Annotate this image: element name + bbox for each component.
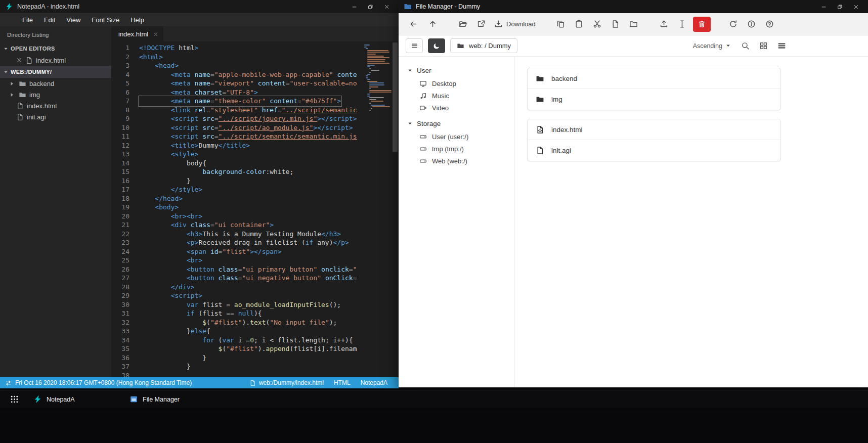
sidebar-item-video[interactable]: Video bbox=[407, 102, 514, 114]
code-line[interactable]: 35 $("#flist").append(flist[i].filename … bbox=[111, 344, 357, 353]
theme-toggle-button[interactable] bbox=[428, 38, 445, 53]
code-line[interactable]: 27 <button class="ui negative button" on… bbox=[111, 274, 357, 283]
scrollbar-thumb[interactable] bbox=[393, 42, 398, 152]
code-line[interactable]: 18 </head> bbox=[111, 194, 357, 203]
code-line[interactable]: 31 if (flist == null){ bbox=[111, 309, 357, 318]
code-line[interactable]: 1<!DOCTYPE html> bbox=[111, 43, 357, 53]
sync-icon[interactable] bbox=[5, 380, 12, 386]
code-line[interactable]: 24 <span id="flist"></span> bbox=[111, 247, 357, 256]
paste-button[interactable] bbox=[572, 17, 587, 32]
open-editors-section[interactable]: OPEN EDITORS bbox=[0, 42, 111, 55]
filemanager-titlebar[interactable]: File Manager - Dummy bbox=[399, 0, 868, 13]
tree-item-img[interactable]: img bbox=[0, 89, 111, 100]
file-row-init-agi[interactable]: init.agi bbox=[528, 140, 780, 161]
sidebar-item-music[interactable]: Music bbox=[407, 90, 514, 102]
code-line[interactable]: 10 <script src="../script/ao_module.js">… bbox=[111, 123, 357, 132]
code-line[interactable]: 17 </style> bbox=[111, 185, 357, 194]
sort-dropdown[interactable]: Ascending bbox=[693, 42, 731, 50]
code-line[interactable]: 19 <body> bbox=[111, 203, 357, 212]
file-row-backend[interactable]: backend bbox=[528, 68, 780, 89]
code-line[interactable]: 26 <button class="ui primary button" onc… bbox=[111, 265, 357, 274]
workspace-section[interactable]: WEB:/DUMMY/ bbox=[0, 66, 111, 78]
code-line[interactable]: 8 <link rel="stylesheet" href="../script… bbox=[111, 106, 357, 115]
code-line[interactable]: 6 <meta charset="UTF-8"> bbox=[111, 88, 357, 97]
breadcrumb[interactable]: web: / Dummy bbox=[450, 38, 517, 53]
code-line[interactable]: 36 } bbox=[111, 353, 357, 363]
new-folder-button[interactable] bbox=[626, 17, 641, 32]
code-line[interactable]: 30 var flist = ao_module_loadInputFiles(… bbox=[111, 300, 357, 309]
code-line[interactable]: 4 <meta name="apple-mobile-web-app-capab… bbox=[111, 70, 357, 79]
status-file-path[interactable]: web:/Dummy/index.html bbox=[249, 379, 324, 386]
list-view-button[interactable] bbox=[777, 41, 786, 50]
taskbar-file-manager[interactable]: File Manager bbox=[123, 391, 220, 408]
taskbar-apps-button[interactable] bbox=[4, 391, 27, 408]
menu-view[interactable]: View bbox=[61, 15, 85, 25]
rename-button[interactable] bbox=[675, 17, 690, 32]
code-line[interactable]: 25 <br> bbox=[111, 256, 357, 265]
menu-button[interactable] bbox=[406, 38, 423, 53]
code-editor[interactable]: 1<!DOCTYPE html>2<html>3 <head>4 <meta n… bbox=[111, 43, 357, 377]
upload-button[interactable] bbox=[657, 17, 672, 32]
close-button[interactable] bbox=[378, 1, 395, 12]
minimize-button[interactable] bbox=[815, 1, 832, 12]
menu-help[interactable]: Help bbox=[125, 15, 149, 25]
code-line[interactable]: 15 background-color:white; bbox=[111, 167, 357, 176]
menu-font-size[interactable]: Font Size bbox=[86, 15, 124, 25]
file-row-img[interactable]: img bbox=[528, 89, 780, 110]
cut-button[interactable] bbox=[590, 17, 605, 32]
tab-close-icon[interactable] bbox=[153, 31, 158, 37]
new-file-button[interactable] bbox=[608, 17, 623, 32]
taskbar-notepada[interactable]: NotepadA bbox=[27, 391, 123, 408]
code-line[interactable]: 29 <script> bbox=[111, 291, 357, 300]
menu-edit[interactable]: Edit bbox=[39, 15, 60, 25]
folder-open-button[interactable] bbox=[455, 17, 470, 32]
code-line[interactable]: 11 <script src="../script/semantic/seman… bbox=[111, 132, 357, 141]
sidebar-item-user[interactable]: User (user:/) bbox=[407, 130, 514, 143]
minimap[interactable] bbox=[364, 45, 390, 114]
code-line[interactable]: 13 <style> bbox=[111, 150, 357, 159]
code-line[interactable]: 38 bbox=[111, 371, 357, 378]
notepada-titlebar[interactable]: NotepadA - index.html bbox=[0, 0, 399, 13]
menu-file[interactable]: File bbox=[17, 15, 38, 25]
tree-item-init-agi[interactable]: init.agi bbox=[0, 111, 111, 122]
file-row-index-html[interactable]: index.html bbox=[528, 119, 780, 140]
sidebar-section-storage[interactable]: Storage bbox=[407, 117, 514, 130]
code-line[interactable]: 14 body{ bbox=[111, 159, 357, 168]
info-button[interactable] bbox=[744, 17, 759, 32]
search-button[interactable] bbox=[741, 41, 750, 50]
tree-item-index-html[interactable]: index.html bbox=[0, 100, 111, 111]
editor-scrollbar[interactable] bbox=[392, 41, 399, 377]
code-line[interactable]: 20 <br><br> bbox=[111, 212, 357, 221]
sidebar-item-desktop[interactable]: Desktop bbox=[407, 77, 514, 90]
external-link-button[interactable] bbox=[473, 17, 489, 32]
code-line[interactable]: 16 } bbox=[111, 176, 357, 186]
code-line[interactable]: 3 <head> bbox=[111, 61, 357, 70]
code-line[interactable]: 2<html> bbox=[111, 53, 357, 62]
restore-button[interactable] bbox=[362, 1, 378, 12]
help-button[interactable] bbox=[762, 17, 777, 32]
maximize-button[interactable] bbox=[832, 1, 848, 12]
grid-view-button[interactable] bbox=[759, 41, 768, 50]
tab-index-html[interactable]: index.html bbox=[111, 26, 163, 41]
code-line[interactable]: 12 <title>Dummy</title> bbox=[111, 141, 357, 150]
download-button[interactable]: Download bbox=[492, 17, 538, 32]
trash-button[interactable] bbox=[693, 17, 711, 32]
refresh-button[interactable] bbox=[726, 17, 741, 32]
copy-button[interactable] bbox=[553, 17, 569, 32]
status-app-name[interactable]: NotepadA bbox=[361, 379, 387, 386]
arrow-up-button[interactable] bbox=[425, 17, 440, 32]
code-line[interactable]: 23 <p>Received drag-in filelist (if any)… bbox=[111, 238, 357, 247]
status-language[interactable]: HTML bbox=[334, 379, 351, 386]
code-line[interactable]: 22 <h3>This is a Dummy Testing Module</h… bbox=[111, 230, 357, 239]
sidebar-item-tmp[interactable]: tmp (tmp:/) bbox=[407, 143, 514, 155]
code-line[interactable]: 32 $("#flist").text("No input file"); bbox=[111, 318, 357, 327]
arrow-left-button[interactable] bbox=[406, 17, 421, 32]
code-line[interactable]: 37 } bbox=[111, 362, 357, 371]
code-line[interactable]: 34 for (var i =0; i < flist.length; i++)… bbox=[111, 336, 357, 345]
open-editor-item[interactable]: index.html bbox=[0, 55, 111, 66]
minimize-button[interactable] bbox=[346, 1, 362, 12]
sidebar-item-web[interactable]: Web (web:/) bbox=[407, 155, 514, 167]
code-line[interactable]: 9 <script src="../script/jquery.min.js">… bbox=[111, 114, 357, 123]
tree-item-backend[interactable]: backend bbox=[0, 78, 111, 89]
code-line[interactable]: 21 <div class="ui container"> bbox=[111, 220, 357, 230]
